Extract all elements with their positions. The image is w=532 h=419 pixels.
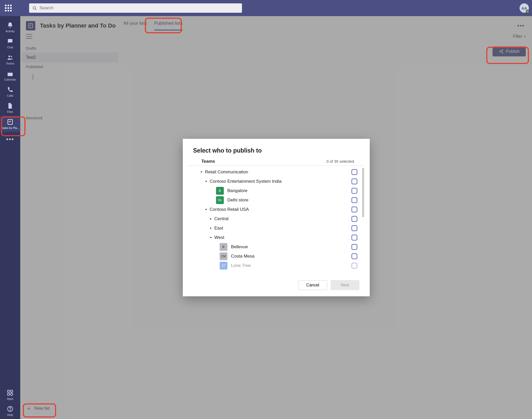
svg-rect-8	[8, 119, 12, 125]
collapse-icon[interactable]	[204, 180, 208, 183]
publish-dialog: Select who to publish to Teams 0 of 35 s…	[183, 139, 370, 296]
rail-calls[interactable]: Calls	[0, 84, 20, 100]
scrollbar[interactable]	[362, 168, 364, 217]
tree-leaf-label: Bangalore	[227, 188, 248, 193]
svg-point-2	[9, 55, 10, 57]
chat-icon	[7, 38, 14, 45]
help-icon	[7, 405, 14, 412]
tree-leaf[interactable]: DsDelhi store	[199, 195, 357, 205]
teams-column-header: Teams	[201, 159, 215, 164]
collapse-icon[interactable]	[199, 171, 204, 173]
tree-node-label: Contoso Retail USA	[210, 207, 352, 212]
rail-help[interactable]: Help	[0, 403, 20, 419]
tree-node-label: Contoso Entertainment System India	[210, 179, 352, 184]
rail-label: Tasks by Pla...	[1, 126, 19, 129]
tree-node-label: Retail Communication	[205, 169, 352, 175]
teams-icon	[7, 54, 14, 61]
rail-label: Chat	[7, 46, 13, 49]
files-icon	[7, 102, 14, 109]
dialog-title: Select who to publish to	[183, 147, 370, 159]
tree-leaf-label: Lone Tree	[231, 263, 251, 268]
tree-node[interactable]: Retail Communication	[199, 167, 357, 177]
svg-rect-11	[8, 393, 10, 395]
search-icon	[32, 6, 37, 10]
checkbox[interactable]	[352, 197, 357, 203]
tree-node[interactable]: West	[199, 233, 357, 242]
checkbox[interactable]	[352, 263, 357, 269]
svg-point-14	[10, 410, 10, 411]
tree-node[interactable]: Contoso Retail USA	[199, 205, 357, 214]
tree-leaf[interactable]: BBellevue	[199, 242, 357, 252]
checkbox[interactable]	[352, 235, 357, 240]
tree-node[interactable]: East	[199, 224, 357, 233]
rail-calendar[interactable]: Calendar	[0, 68, 20, 84]
calendar-icon	[7, 70, 14, 77]
tree-leaf-label: Bellevue	[231, 244, 248, 250]
rail-apps[interactable]: Apps	[0, 387, 20, 403]
checkbox[interactable]	[352, 188, 357, 194]
collapse-icon[interactable]	[204, 208, 208, 211]
user-avatar[interactable]: AA	[520, 3, 529, 13]
rail-label: Help	[7, 413, 13, 416]
rail-label: Apps	[7, 397, 13, 400]
tree-node-label: West	[214, 235, 352, 240]
team-badge: B	[220, 243, 227, 251]
team-badge: LT	[220, 262, 227, 270]
tree-node[interactable]: Contoso Entertainment System India	[199, 177, 357, 186]
team-badge: B	[216, 187, 224, 195]
app-launcher-icon[interactable]	[3, 3, 14, 13]
tasks-icon	[7, 119, 14, 125]
bell-icon	[7, 22, 14, 29]
rail-activity[interactable]: Activity	[0, 19, 20, 35]
phone-icon	[7, 86, 14, 93]
rail-label: Calendar	[4, 78, 16, 81]
cancel-button[interactable]: Cancel	[299, 280, 327, 290]
rail-label: Teams	[6, 62, 14, 65]
next-button[interactable]: Next	[331, 280, 359, 290]
tree-node-label: Central	[214, 216, 352, 221]
expand-icon[interactable]	[209, 227, 213, 230]
teams-tree: Retail Communication Contoso Entertainme…	[188, 166, 365, 270]
checkbox[interactable]	[352, 225, 357, 231]
search-input[interactable]	[39, 5, 239, 11]
expand-icon[interactable]	[209, 218, 213, 220]
apps-icon	[7, 389, 14, 396]
checkbox[interactable]	[352, 169, 357, 175]
tree-leaf-label: Delhi store	[227, 198, 248, 203]
svg-rect-12	[10, 393, 13, 396]
svg-point-0	[33, 6, 36, 9]
rail-chat[interactable]: Chat	[0, 35, 20, 51]
selected-count: 0 of 35 selected	[327, 159, 354, 163]
avatar-initials: AA	[521, 6, 527, 10]
checkbox[interactable]	[352, 253, 357, 259]
team-badge: Ds	[216, 196, 224, 204]
rail-more[interactable]: •••	[6, 132, 14, 147]
team-badge: CM	[220, 252, 227, 260]
checkbox[interactable]	[352, 244, 357, 250]
svg-rect-9	[8, 390, 10, 392]
svg-rect-10	[11, 390, 13, 392]
left-rail: Activity Chat Teams Calendar Calls Files	[0, 16, 20, 419]
svg-rect-5	[8, 71, 13, 73]
checkbox[interactable]	[352, 207, 357, 212]
svg-point-3	[11, 56, 12, 57]
checkbox[interactable]	[352, 216, 357, 222]
rail-label: Calls	[7, 94, 13, 97]
tree-leaf[interactable]: CMCosta Mesa	[199, 252, 357, 261]
rail-teams[interactable]: Teams	[0, 51, 20, 68]
collapse-icon[interactable]	[209, 236, 213, 239]
tree-node-label: East	[214, 226, 352, 231]
tree-node[interactable]: Central	[199, 214, 357, 224]
tree-leaf[interactable]: LTLone Tree	[199, 261, 357, 270]
rail-files[interactable]: Files	[0, 100, 20, 116]
search-box[interactable]	[29, 3, 242, 13]
tree-leaf[interactable]: BBangalore	[199, 186, 357, 195]
checkbox[interactable]	[352, 179, 357, 184]
top-bar: AA	[0, 0, 532, 16]
rail-tasks[interactable]: Tasks by Pla...	[0, 116, 20, 132]
tree-leaf-label: Costa Mesa	[231, 254, 255, 259]
presence-indicator	[526, 10, 529, 13]
rail-label: Files	[7, 110, 13, 113]
svg-line-1	[35, 9, 36, 10]
rail-label: Activity	[6, 30, 15, 33]
